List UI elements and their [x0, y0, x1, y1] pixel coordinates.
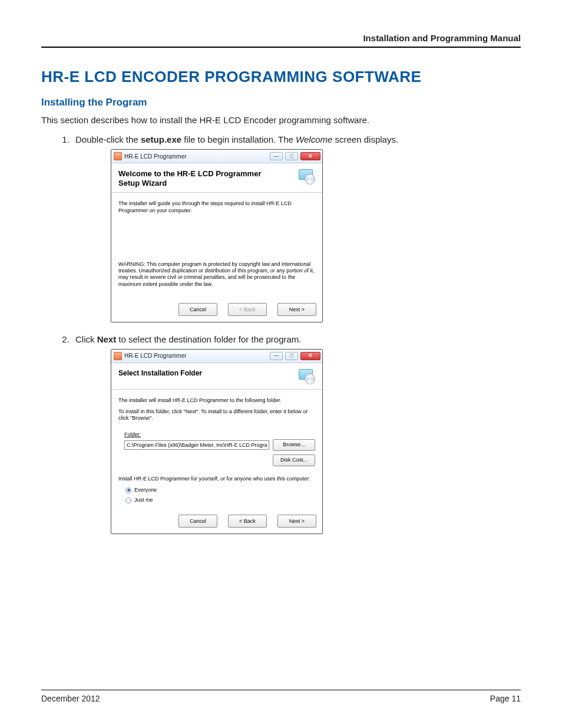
radio-everyone-label: Everyone	[134, 487, 157, 493]
folder-path-input[interactable]	[124, 440, 269, 450]
document-page: Installation and Programming Manual HR-E…	[0, 0, 562, 728]
app-icon	[114, 352, 122, 360]
subsection-title: Installing the Program	[41, 97, 521, 108]
footer-date: December 2012	[41, 694, 100, 703]
dialog-heading: Welcome to the HR-E LCD Programmer Setup…	[118, 169, 283, 187]
folder-body-1: The installer will install HR-E LCD Prog…	[118, 397, 315, 404]
step-1-text-bold: setup.exe	[141, 134, 181, 144]
step-2: Click Next to select the destination fol…	[72, 334, 521, 534]
radio-everyone-row[interactable]: Everyone	[125, 487, 315, 493]
minimize-button[interactable]: —	[270, 352, 283, 360]
close-button[interactable]: ✕	[300, 352, 320, 360]
installer-icon	[297, 169, 315, 185]
folder-label: Folder:	[124, 431, 141, 438]
next-button[interactable]: Next >	[277, 515, 316, 528]
intro-paragraph: This section describes how to install th…	[41, 114, 521, 126]
step-1-text-pre: Double-click the	[75, 134, 141, 144]
app-icon	[114, 152, 122, 160]
steps-list: Double-click the setup.exe file to begin…	[41, 134, 521, 533]
dialog-heading: Select Installation Folder	[118, 369, 202, 377]
installer-folder-dialog: HR-E LCD Programmer — □ ✕ Select Install…	[111, 349, 323, 534]
installer-icon	[297, 369, 315, 384]
cancel-button[interactable]: Cancel	[178, 303, 217, 316]
titlebar: HR-E LCD Programmer — □ ✕	[111, 350, 322, 363]
window-title: HR-E LCD Programmer	[124, 153, 267, 160]
window-title: HR-E LCD Programmer	[124, 353, 267, 359]
welcome-body-text: The installer will guide you through the…	[118, 200, 315, 214]
dialog-header: Select Installation Folder	[111, 363, 322, 389]
dialog-footer: Cancel < Back Next >	[111, 299, 322, 322]
radio-justme-label: Just me	[134, 497, 153, 503]
section-title: HR-E LCD ENCODER PROGRAMMING SOFTWARE	[41, 68, 521, 86]
browse-button[interactable]: Browse...	[273, 439, 315, 451]
radio-justme[interactable]	[125, 498, 131, 503]
footer-page: Page 11	[490, 694, 521, 703]
separator	[111, 389, 322, 391]
page-footer: December 2012 Page 11	[41, 690, 521, 703]
back-button[interactable]: < Back	[228, 303, 267, 316]
step-2-text-pre: Click	[75, 334, 97, 344]
dialog-body: The installer will guide you through the…	[111, 196, 322, 299]
close-button[interactable]: ✕	[300, 152, 320, 160]
dialog-body: The installer will install HR-E LCD Prog…	[111, 393, 322, 511]
step-2-text-bold: Next	[97, 334, 117, 344]
dialog-footer: Cancel < Back Next >	[111, 511, 322, 533]
warning-text: WARNING: This computer program is protec…	[118, 261, 315, 288]
maximize-button[interactable]: □	[285, 352, 298, 360]
next-button[interactable]: Next >	[277, 303, 316, 316]
installer-welcome-dialog: HR-E LCD Programmer — □ ✕ Welcome to the…	[111, 149, 323, 322]
step-1-text-post: screen displays.	[332, 134, 398, 144]
back-button[interactable]: < Back	[228, 515, 267, 528]
separator	[111, 192, 322, 195]
step-1: Double-click the setup.exe file to begin…	[72, 134, 521, 322]
install-for-text: Install HR-E LCD Programmer for yourself…	[118, 476, 315, 482]
minimize-button[interactable]: —	[270, 152, 283, 160]
cancel-button[interactable]: Cancel	[178, 515, 217, 528]
running-header: Installation and Programming Manual	[41, 33, 521, 48]
radio-justme-row[interactable]: Just me	[125, 497, 315, 503]
folder-body-2: To install in this folder, click "Next".…	[118, 409, 315, 422]
step-1-text-ital: Welcome	[296, 134, 332, 144]
titlebar: HR-E LCD Programmer — □ ✕	[111, 150, 322, 163]
dialog-header: Welcome to the HR-E LCD Programmer Setup…	[111, 163, 322, 192]
step-1-text-mid: file to begin installation. The	[181, 134, 296, 144]
radio-everyone[interactable]	[125, 487, 131, 493]
step-2-text-post: to select the destination folder for the…	[116, 334, 301, 344]
disk-cost-button[interactable]: Disk Cost...	[273, 454, 315, 466]
maximize-button[interactable]: □	[285, 152, 298, 160]
